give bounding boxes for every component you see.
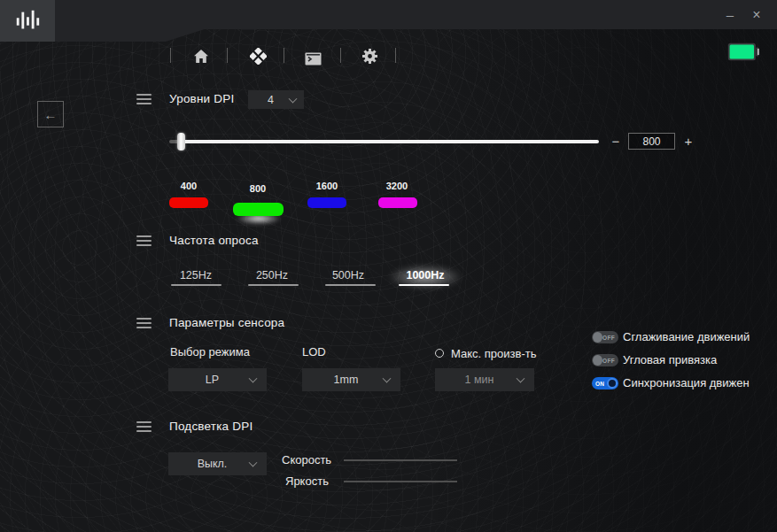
motion-smoothing-toggle[interactable]: OFF <box>592 331 618 343</box>
dpi-levels-value: 4 <box>268 94 274 106</box>
nav-separator <box>227 48 228 63</box>
toggle-knob <box>593 332 602 343</box>
close-button[interactable]: × <box>743 0 770 29</box>
polling-section-handle-icon[interactable] <box>136 235 152 246</box>
motion-smoothing-label: Сглаживание движений <box>623 330 750 343</box>
nav-separator <box>170 48 171 63</box>
minimize-button[interactable]: – <box>717 0 743 29</box>
dpi-value-input[interactable]: 800 <box>628 133 675 150</box>
motion-sync-toggle[interactable]: ON <box>592 377 618 389</box>
chevron-down-icon <box>383 374 392 383</box>
dpi-preset-swatch-1600[interactable] <box>307 197 346 208</box>
dpi-preset-label: 3200 <box>370 181 423 191</box>
dpi-slider-thumb[interactable] <box>177 133 185 150</box>
nav-separator <box>284 48 284 63</box>
toggle-state: OFF <box>602 358 615 364</box>
toggle-knob <box>593 355 602 366</box>
terminal-icon[interactable] <box>304 50 322 67</box>
lod-value: 1mm <box>334 374 359 386</box>
max-performance-label: Макс. произв-ть <box>451 347 536 360</box>
max-performance-radio[interactable] <box>435 349 444 358</box>
backlight-mode-value: Выкл. <box>198 458 228 470</box>
polling-underline <box>171 284 221 286</box>
backlight-section-title: Подсветка DPI <box>169 420 253 433</box>
dpi-preset-swatch-800-selected[interactable] <box>233 203 284 216</box>
dpi-levels-select[interactable]: 4 <box>248 90 304 109</box>
brightness-slider[interactable] <box>344 481 457 482</box>
dpi-decrease-button[interactable]: − <box>610 133 622 149</box>
max-performance-value: 1 мин <box>465 374 494 386</box>
sensor-section-handle-icon[interactable] <box>136 318 152 328</box>
toggle-state: OFF <box>602 335 615 341</box>
polling-option-1000-selected[interactable]: 1000Hz <box>385 269 465 281</box>
polling-option-500[interactable]: 500Hz <box>308 269 388 281</box>
angle-snapping-toggle[interactable]: OFF <box>592 354 618 366</box>
polling-underline-selected <box>399 284 449 286</box>
speed-label: Скорость <box>282 453 331 466</box>
settings-gear-icon[interactable] <box>361 47 378 65</box>
dpi-diamond-icon[interactable] <box>249 47 267 65</box>
mode-select[interactable]: LP <box>168 368 267 391</box>
dpi-preset-swatch-400[interactable] <box>169 197 208 208</box>
max-performance-select[interactable]: 1 мин <box>435 368 534 391</box>
backlight-section-handle-icon[interactable] <box>136 421 152 432</box>
chevron-down-icon <box>249 374 258 383</box>
nav-separator <box>395 48 396 63</box>
toggle-knob <box>607 378 618 389</box>
angle-snapping-label: Угловая привязка <box>623 353 717 366</box>
speed-slider[interactable] <box>344 459 457 461</box>
polling-section-title: Частота опроса <box>169 234 259 247</box>
sensor-section-title: Параметры сенсора <box>169 316 284 329</box>
mode-select-label: Выбор режима <box>170 345 250 359</box>
brightness-label: Яркость <box>285 474 329 488</box>
motion-sync-label: Синхронизация движен <box>623 376 750 389</box>
toggle-state: ON <box>595 381 604 387</box>
chevron-down-icon <box>289 94 298 103</box>
backlight-mode-select[interactable]: Выкл. <box>168 452 267 475</box>
dpi-preset-swatch-3200[interactable] <box>378 197 417 208</box>
dpi-slider-track[interactable] <box>178 140 599 143</box>
lod-select[interactable]: 1mm <box>302 368 400 391</box>
titlebar-slant <box>166 29 205 42</box>
logo-bars-icon <box>13 7 42 35</box>
dpi-section-handle-icon[interactable] <box>136 94 152 104</box>
dpi-preset-label: 400 <box>162 181 215 191</box>
dpi-increase-button[interactable]: + <box>682 133 695 149</box>
nav-separator <box>340 48 341 63</box>
home-icon[interactable] <box>192 47 210 65</box>
dpi-section-title: Уровни DPI <box>169 92 234 105</box>
polling-underline <box>325 284 376 286</box>
polling-option-125[interactable]: 125Hz <box>156 269 236 281</box>
app-logo <box>0 0 55 42</box>
dpi-preset-label: 1600 <box>300 181 354 191</box>
chevron-down-icon <box>517 374 525 383</box>
polling-underline <box>248 284 299 286</box>
polling-option-250[interactable]: 250Hz <box>232 269 312 281</box>
mouse-config-window: – × <box>0 0 777 532</box>
mode-value: LP <box>206 374 219 386</box>
back-button[interactable]: ← <box>37 101 64 127</box>
battery-indicator <box>727 42 759 61</box>
titlebar <box>0 0 777 29</box>
dpi-preset-label: 800 <box>231 183 284 194</box>
lod-label: LOD <box>302 345 326 359</box>
chevron-down-icon <box>249 459 258 467</box>
